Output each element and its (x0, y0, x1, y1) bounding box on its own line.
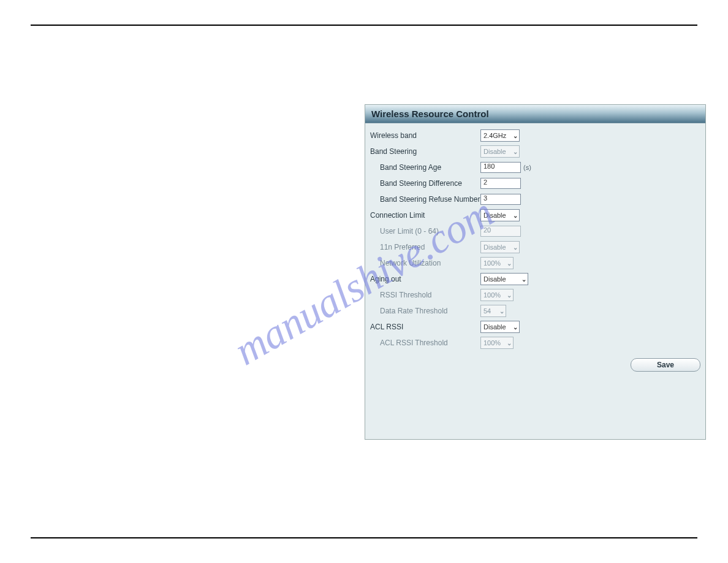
chevron-down-icon: ⌄ (510, 148, 518, 155)
select-value: Disable (483, 148, 506, 155)
label-band-steering-refuse: Band Steering Refuse Number (370, 195, 480, 204)
select-value: Disable (483, 323, 506, 331)
row-aging-out: Aging out Disable ⌄ (370, 273, 699, 285)
select-acl-rssi-threshold[interactable]: 100% ⌄ (480, 337, 514, 349)
save-button[interactable]: Save (631, 358, 700, 372)
label-acl-rssi: ACL RSSI (370, 323, 480, 331)
label-user-limit: User Limit (0 - 64) (370, 227, 480, 236)
chevron-down-icon: ⌄ (510, 324, 518, 331)
chevron-down-icon: ⌄ (510, 132, 518, 139)
chevron-down-icon: ⌄ (510, 244, 518, 251)
select-data-rate-threshold[interactable]: 54 ⌄ (480, 305, 506, 317)
row-band-steering-diff: Band Steering Difference 2 (370, 177, 699, 190)
select-network-util[interactable]: 100% ⌄ (480, 257, 514, 269)
label-band-steering-age: Band Steering Age (370, 163, 480, 172)
row-band-steering: Band Steering Disable ⌄ (370, 145, 699, 158)
row-connection-limit: Connection Limit Disable ⌄ (370, 209, 699, 221)
label-data-rate-threshold: Data Rate Threshold (370, 307, 480, 315)
input-band-steering-diff[interactable]: 2 (480, 178, 521, 189)
chevron-down-icon: ⌄ (504, 292, 512, 299)
input-user-limit[interactable]: 20 (480, 226, 521, 237)
page-top-rule (31, 25, 697, 26)
chevron-down-icon: ⌄ (497, 308, 504, 315)
label-band-steering: Band Steering (370, 147, 480, 156)
label-rssi-threshold: RSSI Threshold (370, 291, 480, 299)
label-11n-preferred: 11n Preferred (370, 243, 480, 251)
panel-title: Wireless Resource Control (365, 105, 705, 123)
input-band-steering-age[interactable]: 180 (480, 162, 521, 173)
label-network-util: Network Utilization (370, 259, 480, 267)
page-bottom-rule (31, 537, 697, 538)
select-acl-rssi[interactable]: Disable ⌄ (480, 321, 520, 333)
select-rssi-threshold[interactable]: 100% ⌄ (480, 289, 514, 301)
label-aging-out: Aging out (370, 275, 480, 283)
input-band-steering-refuse[interactable]: 3 (480, 194, 521, 205)
select-value: 100% (483, 339, 501, 347)
select-aging-out[interactable]: Disable ⌄ (480, 273, 528, 285)
select-value: 100% (483, 259, 501, 267)
chevron-down-icon: ⌄ (504, 340, 512, 347)
select-value: 54 (483, 307, 491, 315)
row-network-util: Network Utilization 100% ⌄ (370, 257, 699, 269)
row-11n-preferred: 11n Preferred Disable ⌄ (370, 241, 699, 253)
row-wireless-band: Wireless band 2.4GHz ⌄ (370, 129, 699, 142)
select-value: Disable (483, 243, 506, 251)
select-value: Disable (483, 275, 506, 283)
label-connection-limit: Connection Limit (370, 211, 480, 220)
chevron-down-icon: ⌄ (504, 260, 512, 267)
row-acl-rssi: ACL RSSI Disable ⌄ (370, 321, 699, 333)
select-11n-preferred[interactable]: Disable ⌄ (480, 241, 520, 253)
label-band-steering-diff: Band Steering Difference (370, 179, 480, 188)
chevron-down-icon: ⌄ (510, 212, 518, 219)
label-wireless-band: Wireless band (370, 131, 480, 140)
select-value: Disable (483, 212, 506, 219)
row-rssi-threshold: RSSI Threshold 100% ⌄ (370, 289, 699, 301)
row-band-steering-age: Band Steering Age 180 (s) (370, 161, 699, 174)
chevron-down-icon: ⌄ (519, 276, 526, 283)
row-data-rate-threshold: Data Rate Threshold 54 ⌄ (370, 305, 699, 317)
row-user-limit: User Limit (0 - 64) 20 (370, 225, 699, 237)
wireless-resource-control-panel: Wireless Resource Control Wireless band … (365, 104, 706, 440)
select-connection-limit[interactable]: Disable ⌄ (480, 209, 520, 221)
row-band-steering-refuse: Band Steering Refuse Number 3 (370, 193, 699, 205)
unit-seconds: (s) (523, 164, 531, 171)
panel-body: Wireless band 2.4GHz ⌄ Band Steering Dis… (365, 123, 705, 359)
select-band-steering[interactable]: Disable ⌄ (480, 145, 520, 158)
select-value: 2.4GHz (483, 132, 506, 139)
select-wireless-band[interactable]: 2.4GHz ⌄ (480, 129, 520, 142)
label-acl-rssi-threshold: ACL RSSI Threshold (370, 339, 480, 347)
select-value: 100% (483, 291, 501, 299)
row-acl-rssi-threshold: ACL RSSI Threshold 100% ⌄ (370, 337, 699, 349)
